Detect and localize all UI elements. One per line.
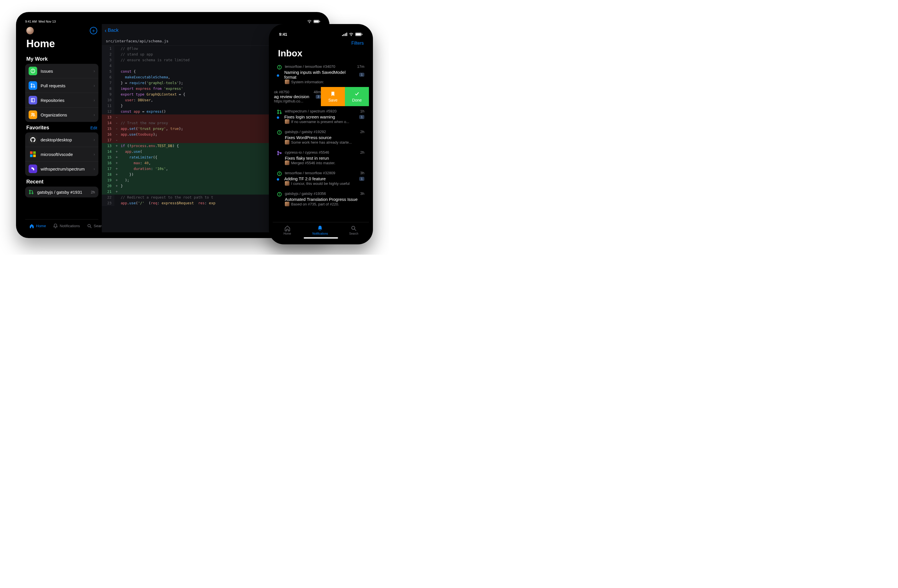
swipe-save-button[interactable]: Save: [321, 87, 345, 106]
ipad-status-date: Wed Nov 13: [38, 20, 55, 23]
chevron-right-icon: ›: [94, 137, 95, 142]
svg-point-8: [31, 86, 32, 87]
section-favorites: Favorites Edit: [25, 122, 98, 132]
my-work-card: Issues › Pull requests › R: [25, 64, 98, 122]
svg-point-16: [88, 224, 91, 227]
inbox-item[interactable]: withspectrum / spectrum #59201h Fixes lo…: [273, 106, 369, 127]
pr-icon: [277, 109, 282, 114]
sidebar-item-organizations[interactable]: Organizations ›: [25, 107, 98, 122]
sidebar-item-label: desktop/desktop: [41, 137, 90, 142]
sidebar-item-issues[interactable]: Issues ›: [25, 64, 98, 78]
inbox-list[interactable]: tensorflow / tensorflow #3407017m Naming…: [273, 62, 369, 222]
pull-request-icon: [29, 189, 34, 195]
battery-icon: [355, 32, 363, 36]
author-avatar: [285, 119, 289, 124]
sidebar-item-label: Organizations: [41, 112, 90, 117]
sidebar-item-pull-requests[interactable]: Pull requests ›: [25, 78, 98, 93]
issue-icon: [277, 171, 282, 176]
svg-point-15: [32, 192, 33, 194]
favorite-vscode[interactable]: microsoft/vscode ›: [25, 147, 98, 162]
avatar[interactable]: [26, 27, 34, 34]
sidebar-item-repositories[interactable]: Repositories ›: [25, 93, 98, 107]
chevron-left-icon[interactable]: ‹: [105, 27, 107, 34]
ipad-status-bar: 9:41 AM Wed Nov 13: [22, 18, 324, 24]
sidebar: ＋ Home My Work Issues ›: [22, 24, 102, 232]
edit-favorites-button[interactable]: Edit: [91, 126, 97, 130]
issue-icon: [277, 65, 282, 70]
back-button[interactable]: Back: [108, 28, 119, 33]
inbox-item[interactable]: tensorflow / tensorflow #328093h Adding …: [273, 168, 369, 189]
iphone-screen: 9:41 Filters Inbox tensorflow / tensorfl…: [273, 28, 369, 240]
svg-point-7: [31, 83, 32, 85]
recent-item[interactable]: gatsbyjs / gatsby #1931 2h: [25, 186, 98, 197]
author-avatar: [285, 181, 289, 186]
home-indicator[interactable]: [304, 237, 338, 239]
svg-point-40: [279, 174, 280, 175]
page-title: Home: [25, 37, 98, 53]
svg-rect-18: [342, 35, 343, 36]
unread-dot: [277, 74, 279, 77]
count-badge: 1: [359, 73, 364, 77]
sidebar-item-label: Pull requests: [41, 83, 90, 88]
tab-notifications[interactable]: Notifications: [53, 223, 80, 229]
inbox-item[interactable]: gatsbyjs / gatsby #192922h Fixes WordPre…: [273, 127, 369, 147]
filters-button[interactable]: Filters: [351, 41, 364, 46]
tab-search[interactable]: Search: [87, 223, 102, 229]
section-recent: Recent: [25, 176, 98, 186]
svg-point-29: [277, 110, 278, 111]
svg-rect-10: [31, 99, 34, 102]
recent-card: gatsbyjs / gatsby #1931 2h: [25, 186, 98, 197]
sidebar-item-label: microsoft/vscode: [41, 152, 90, 157]
author-avatar: [285, 80, 289, 84]
phone-nav-bar: Filters: [273, 41, 369, 48]
unread-dot: [277, 178, 279, 180]
svg-point-11: [32, 113, 33, 114]
count-badge: 1: [359, 177, 364, 181]
count-badge: 1: [359, 115, 364, 119]
section-my-work: My Work: [25, 53, 98, 64]
sidebar-item-label: Repositories: [41, 98, 90, 103]
svg-point-37: [280, 152, 281, 154]
issue-icon: [277, 130, 282, 135]
tab-search[interactable]: Search: [349, 225, 358, 235]
author-avatar: [285, 202, 289, 206]
swipe-done-button[interactable]: Done: [345, 87, 369, 106]
svg-line-45: [355, 229, 356, 231]
svg-point-44: [352, 226, 355, 229]
inbox-item[interactable]: gatsbyjs / gatsby #193563h Automated Tra…: [273, 189, 369, 209]
inbox-item[interactable]: tensorflow / tensorflow #3407017m Naming…: [273, 62, 369, 87]
author-avatar: [285, 160, 289, 165]
ipad-tab-bar: Home Notifications Search: [25, 219, 98, 232]
repo-icon: [29, 96, 37, 105]
tab-home[interactable]: Home: [283, 225, 291, 235]
ipad-status-time: 9:41 AM: [25, 20, 37, 23]
favorites-card: desktop/desktop › microsoft/vscode › wit…: [25, 132, 98, 176]
svg-rect-20: [345, 34, 346, 36]
svg-point-28: [279, 68, 280, 68]
svg-point-6: [32, 72, 33, 72]
chevron-right-icon: ›: [94, 83, 95, 88]
microsoft-icon: [29, 150, 37, 159]
github-icon: [29, 135, 37, 144]
svg-rect-21: [346, 32, 347, 36]
svg-rect-19: [343, 34, 344, 36]
add-button[interactable]: ＋: [90, 27, 97, 34]
favorite-spectrum[interactable]: withspectrum/spectrum ›: [25, 162, 98, 176]
sidebar-item-label: gatsbyjs / gatsby #1931: [37, 190, 88, 195]
wifi-icon: [349, 32, 354, 36]
iphone-device: 9:41 Filters Inbox tensorflow / tensorfl…: [269, 24, 373, 244]
chevron-right-icon: ›: [94, 112, 95, 117]
phone-status-time: 9:41: [279, 32, 287, 37]
recent-time: 2h: [91, 190, 95, 194]
tab-home[interactable]: Home: [29, 223, 46, 229]
author-avatar: [285, 140, 289, 145]
inbox-item-swiped[interactable]: ok #875048m ag review decision3 https://…: [273, 87, 369, 106]
tab-notifications[interactable]: Notifications: [312, 225, 328, 235]
chevron-right-icon: ›: [94, 166, 95, 171]
favorite-desktop[interactable]: desktop/desktop ›: [25, 132, 98, 147]
svg-rect-25: [362, 34, 362, 35]
unread-dot: [277, 117, 279, 119]
svg-point-14: [29, 192, 30, 194]
svg-point-0: [309, 22, 310, 23]
inbox-item[interactable]: cypress-io / cypress #55462h Fixes flaky…: [273, 147, 369, 168]
